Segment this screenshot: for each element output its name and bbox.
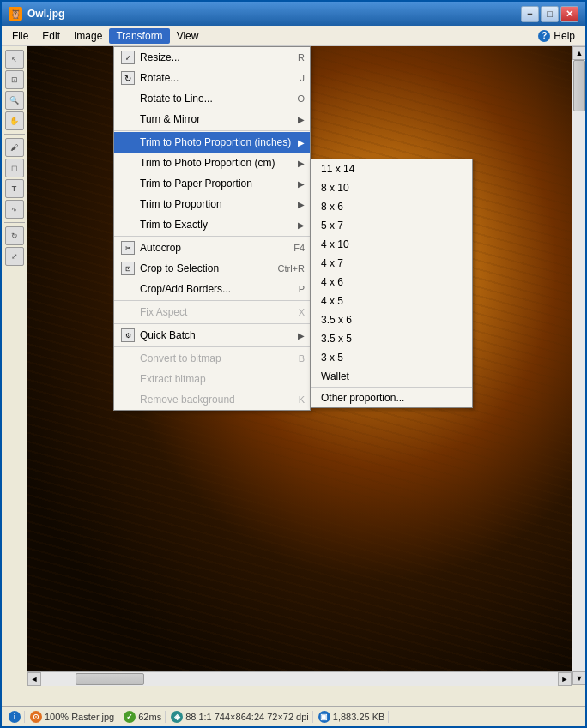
menu-file[interactable]: File xyxy=(5,28,35,44)
tool-scale[interactable]: ⤢ xyxy=(5,247,24,266)
time-value: 62ms xyxy=(138,712,161,722)
trim-paper-icon-area xyxy=(119,176,136,191)
submenu-item-5x7[interactable]: 5 x 7 xyxy=(311,216,472,235)
time-icon: ✓ xyxy=(124,711,136,723)
status-ratio: ◈ 88 1:1 744×864:24 72×72 dpi xyxy=(167,711,313,723)
vertical-scrollbar[interactable]: ▲ ▼ xyxy=(572,46,585,685)
submenu-item-11x14[interactable]: 11 x 14 xyxy=(311,159,472,178)
quick-batch-arrow: ▶ xyxy=(298,331,305,340)
tool-select[interactable]: ↖ xyxy=(5,50,24,69)
tool-lasso[interactable]: ∿ xyxy=(5,200,24,219)
crop-selection-icon-area: ⊡ xyxy=(119,261,136,276)
scroll-thumb-vertical[interactable] xyxy=(573,60,585,111)
submenu-item-4x10[interactable]: 4 x 10 xyxy=(311,235,472,254)
size-icon: ▣ xyxy=(318,711,330,723)
submenu-item-8x10[interactable]: 8 x 10 xyxy=(311,178,472,197)
submenu-item-4x7[interactable]: 4 x 7 xyxy=(311,254,472,273)
submenu-item-8x6[interactable]: 8 x 6 xyxy=(311,197,472,216)
separator-5 xyxy=(114,346,310,347)
resize-shortcut: R xyxy=(298,52,305,63)
menu-edit[interactable]: Edit xyxy=(35,28,67,44)
scroll-thumb-horizontal[interactable] xyxy=(76,673,144,685)
menu-item-extract-bitmap: Extract bitmap xyxy=(114,369,310,389)
remove-bg-icon-area xyxy=(119,392,136,407)
submenu-item-3x5[interactable]: 3 x 5 xyxy=(311,348,472,367)
scroll-up-button[interactable]: ▲ xyxy=(572,46,585,60)
submenu-item-3p5x5[interactable]: 3.5 x 5 xyxy=(311,329,472,348)
submenu-item-4x6[interactable]: 4 x 6 xyxy=(311,273,472,292)
maximize-button[interactable]: □ xyxy=(541,6,559,22)
window-controls: − □ ✕ xyxy=(521,6,578,22)
close-button[interactable]: ✕ xyxy=(560,6,578,22)
resize-icon: ⤢ xyxy=(121,51,135,64)
menu-item-fix-aspect: Fix Aspect X xyxy=(114,302,310,322)
trim-proportion-arrow: ▶ xyxy=(298,200,305,209)
zoom-type: Raster xyxy=(71,712,99,722)
submenu-item-wallet[interactable]: Wallet xyxy=(311,367,472,386)
resize-label: Resize... xyxy=(140,51,298,63)
trim-inches-arrow: ▶ xyxy=(298,138,305,147)
trim-cm-arrow: ▶ xyxy=(298,159,305,168)
fix-aspect-icon-area xyxy=(119,304,136,320)
menu-item-crop-borders[interactable]: Crop/Add Borders... P xyxy=(114,279,310,299)
scroll-down-button[interactable]: ▼ xyxy=(572,671,585,685)
horizontal-scrollbar[interactable]: ◄ ► xyxy=(27,671,572,685)
window-icon: 🦉 xyxy=(9,7,22,21)
separator-4 xyxy=(114,323,310,324)
autocrop-shortcut: F4 xyxy=(294,243,305,253)
menu-item-turn-mirror[interactable]: Turn & Mirror ▶ xyxy=(114,109,310,129)
menu-item-autocrop[interactable]: ✂ Autocrop F4 xyxy=(114,238,310,258)
tool-zoom[interactable]: 🔍 xyxy=(5,91,24,110)
autocrop-label: Autocrop xyxy=(140,242,294,254)
convert-bitmap-icon-area xyxy=(119,351,136,366)
help-label: Help xyxy=(554,30,575,42)
submenu-item-3p5x6[interactable]: 3.5 x 6 xyxy=(311,310,472,329)
menu-view[interactable]: View xyxy=(170,28,206,44)
tool-text[interactable]: T xyxy=(5,179,24,198)
menu-item-resize[interactable]: ⤢ Resize... R xyxy=(114,47,310,68)
menu-item-trim-cm[interactable]: Trim to Photo Proportion (cm) ▶ xyxy=(114,153,310,173)
tool-rotate[interactable]: ↻ xyxy=(5,226,24,245)
menu-item-rotate-to-line[interactable]: Rotate to Line... O xyxy=(114,88,310,109)
zoom-value: 100% xyxy=(45,712,69,722)
scroll-track-vertical[interactable] xyxy=(572,60,585,671)
menu-item-trim-inches[interactable]: Trim to Photo Proportion (inches) ▶ xyxy=(114,132,310,153)
tool-paint[interactable]: 🖌 xyxy=(5,138,24,157)
menu-image[interactable]: Image xyxy=(67,28,109,44)
status-info: i xyxy=(5,711,25,723)
extract-bitmap-label: Extract bitmap xyxy=(140,373,305,385)
submenu-item-4x5[interactable]: 4 x 5 xyxy=(311,292,472,310)
rotate-line-shortcut: O xyxy=(297,93,305,104)
submenu-inches: 11 x 14 8 x 10 8 x 6 5 x 7 4 x 10 4 x 7 … xyxy=(310,159,473,408)
help-button[interactable]: ? Help xyxy=(531,28,582,44)
scroll-right-button[interactable]: ► xyxy=(558,672,572,686)
scroll-track-horizontal[interactable] xyxy=(41,672,558,686)
trim-paper-arrow: ▶ xyxy=(298,179,305,189)
minimize-button[interactable]: − xyxy=(521,6,539,22)
menu-item-remove-bg: Remove background K xyxy=(114,389,310,410)
trim-cm-label: Trim to Photo Proportion (cm) xyxy=(140,157,298,169)
autocrop-icon-area: ✂ xyxy=(119,240,136,256)
tool-eraser[interactable]: ◻ xyxy=(5,159,24,177)
rotate-shortcut: J xyxy=(300,73,306,83)
menu-transform[interactable]: Transform xyxy=(109,28,169,44)
quick-batch-label: Quick Batch xyxy=(140,329,298,341)
tool-crop[interactable]: ⊡ xyxy=(5,70,24,89)
tool-pan[interactable]: ✋ xyxy=(5,111,24,130)
trim-exactly-icon-area xyxy=(119,217,136,232)
ratio-value: 88 1:1 xyxy=(185,712,212,722)
menu-item-trim-paper[interactable]: Trim to Paper Proportion ▶ xyxy=(114,173,310,194)
menu-item-crop-selection[interactable]: ⊡ Crop to Selection Ctrl+R xyxy=(114,258,310,279)
window-title: Owl.jpg xyxy=(27,8,521,20)
turn-mirror-icon-area xyxy=(119,111,136,127)
menu-item-rotate[interactable]: ↻ Rotate... J xyxy=(114,68,310,88)
scroll-left-button[interactable]: ◄ xyxy=(27,672,41,686)
menu-item-quick-batch[interactable]: ⚙ Quick Batch ▶ xyxy=(114,325,310,346)
resize-icon-area: ⤢ xyxy=(119,50,136,65)
submenu-item-other[interactable]: Other proportion... xyxy=(311,388,472,407)
separator-2 xyxy=(114,236,310,237)
menu-item-trim-proportion[interactable]: Trim to Proportion ▶ xyxy=(114,194,310,214)
menu-item-trim-exactly[interactable]: Trim to Exactly ▶ xyxy=(114,214,310,235)
transform-menu: ⤢ Resize... R ↻ Rotate... J Rotate to xyxy=(113,46,311,411)
menu-item-convert-bitmap: Convert to bitmap B xyxy=(114,348,310,369)
